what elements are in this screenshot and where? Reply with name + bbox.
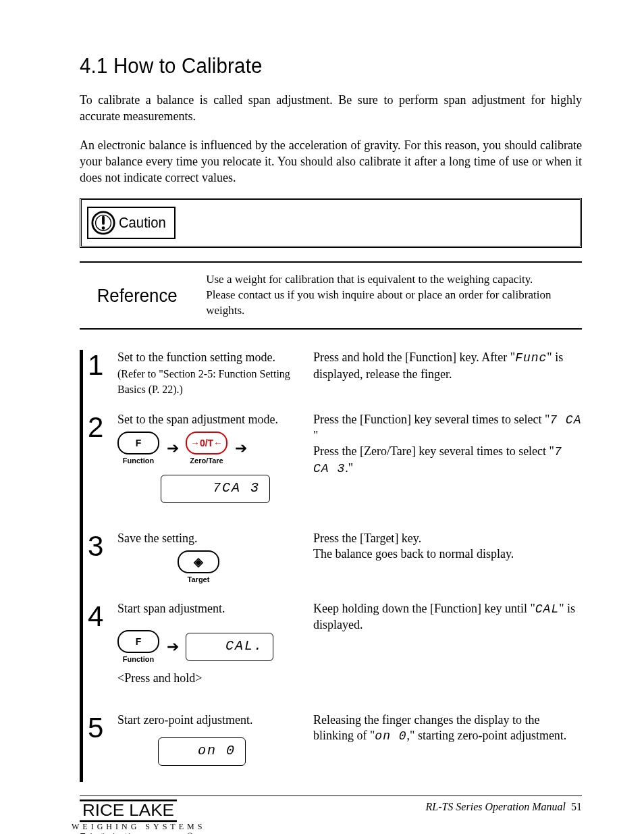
function-button-icon: F Function [117, 432, 159, 465]
page-footer: RICE LAKE WEIGHING SYSTEMS To be the bes… [80, 796, 582, 834]
step4-left-main: Start span adjustment. [117, 602, 225, 615]
reference-heading: Reference [80, 285, 178, 307]
step-number-2: 2 [86, 412, 117, 442]
step3-graphic: ◈ Target [117, 550, 313, 584]
manual-reference: RL-TS Series Operation Manual 51 [425, 798, 582, 813]
brand-logo: RICE LAKE WEIGHING SYSTEMS To be the bes… [80, 798, 221, 834]
function-button-icon: F Function [117, 630, 159, 664]
lcd-display-on0: on 0 [158, 737, 246, 766]
lcd-display-7ca3: 7CA 3 [161, 475, 270, 503]
step1-left-main: Set to the function setting mode. [117, 350, 275, 364]
caution-label: Caution [119, 214, 166, 232]
step-number-4: 4 [86, 601, 117, 631]
lcd-display-cal: CAL. [186, 633, 273, 661]
caution-box: Caution [80, 198, 582, 248]
svg-point-3 [102, 227, 105, 230]
step-number-3: 3 [86, 531, 117, 561]
section-heading: 4.1 How to Calibrate [80, 54, 557, 78]
step4-right: Keep holding down the [Function] key unt… [313, 601, 582, 712]
step4-press-hold-note: <Press and hold> [117, 671, 313, 686]
step1-left-sub: (Refer to "Section 2-5: Function Setting… [117, 368, 290, 395]
step5-left-main: Start zero-point adjustment. [117, 713, 252, 727]
reference-block: Reference Use a weight for calibration t… [80, 261, 582, 330]
intro-paragraph-2: An electronic balance is influenced by t… [80, 137, 582, 186]
step3-right: Press the [Target] key. The balance goes… [313, 531, 582, 601]
step-number-5: 5 [86, 712, 117, 742]
zerotare-button-icon: →0/T← Zero/Tare [186, 432, 227, 465]
step5-graphic: on 0 [117, 737, 313, 766]
step2-graphic: F Function ➔ →0/T← Zero/Tare ➔ 7CA 3 [117, 432, 313, 503]
step-number-1: 1 [86, 350, 117, 380]
step3-left-main: Save the setting. [117, 531, 197, 545]
step5-right: Releasing the finger changes the display… [313, 712, 582, 782]
intro-paragraph-1: To calibrate a balance is called span ad… [80, 92, 582, 125]
arrow-icon: ➔ [235, 438, 247, 459]
svg-rect-2 [102, 216, 105, 225]
step4-graphic: F Function ➔ CAL. [117, 630, 313, 664]
target-button-icon: ◈ Target [178, 550, 219, 584]
step1-right: Press and hold the [Function] key. After… [313, 350, 582, 411]
steps-table: 1 Set to the function setting mode. (Ref… [80, 350, 582, 782]
step2-left-main: Set to the span adjustment mode. [117, 413, 278, 426]
step2-right: Press the [Function] key several times t… [313, 412, 582, 531]
arrow-icon: ➔ [167, 637, 179, 657]
arrow-icon: ➔ [167, 438, 179, 459]
caution-icon [90, 210, 116, 236]
reference-text: Use a weight for calibration that is equ… [206, 272, 582, 319]
